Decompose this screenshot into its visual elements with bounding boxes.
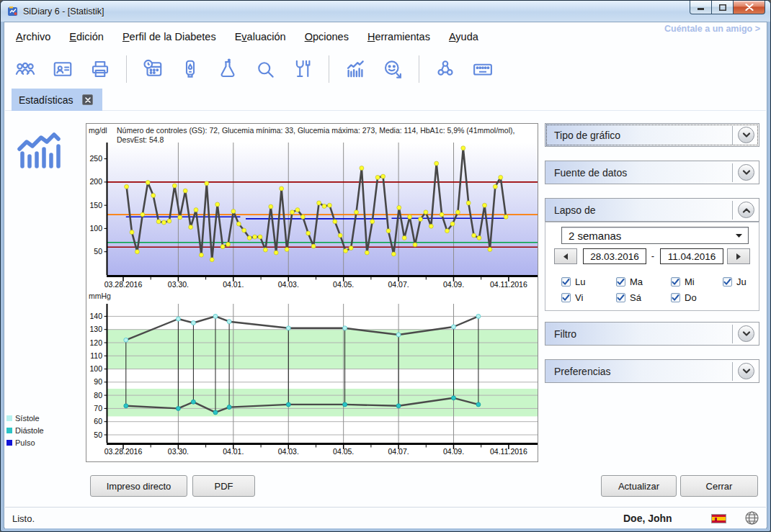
chevron-down-icon[interactable] (738, 127, 754, 143)
svg-text:60: 60 (94, 417, 102, 425)
section-fuente-de-datos[interactable]: Fuente de datos (545, 161, 759, 184)
status-bar: Listo. Doe, John (5, 507, 766, 528)
close-button[interactable] (733, 1, 765, 14)
menu-item-ayuda[interactable]: Ayuda (440, 28, 488, 45)
tell-a-friend-link[interactable]: Cuéntale a un amigo > (664, 24, 760, 34)
refresh-button[interactable]: Actualizar (601, 475, 677, 497)
chevron-down-icon[interactable] (738, 164, 754, 181)
checkbox[interactable] (561, 277, 571, 287)
glucometer-icon[interactable] (179, 58, 202, 81)
next-period-button[interactable] (727, 248, 750, 264)
day-label: Vi (575, 292, 583, 303)
svg-text:50: 50 (94, 247, 102, 256)
printer-icon[interactable] (89, 58, 112, 81)
section-divider (732, 126, 733, 145)
app-window: SiDiary 6 - [Statistik] ArchivoEdiciónPe… (0, 0, 771, 532)
day-checkbox-do[interactable]: Do (671, 291, 723, 304)
chevron-down-icon[interactable] (738, 363, 754, 379)
spanish-flag-icon[interactable] (711, 514, 726, 523)
statistics-chart-panel: mg/dl Número de controles (GS): 72, Gluc… (86, 123, 538, 462)
checkbox[interactable] (616, 293, 625, 302)
close-view-button[interactable]: Cerrar (680, 475, 758, 497)
checkbox[interactable] (616, 277, 625, 287)
svg-text:120: 120 (89, 338, 102, 347)
section-label: Fuente de datos (545, 167, 732, 179)
checkbox[interactable] (723, 277, 732, 287)
menu-item-perfil-de-la-diabetes[interactable]: Perfil de la Diabetes (113, 28, 226, 45)
feedback-smiley-icon[interactable] (381, 58, 404, 81)
svg-text:04.03.: 04.03. (278, 280, 299, 289)
maximize-button[interactable] (712, 1, 733, 14)
section-filtro[interactable]: Filtro (545, 322, 759, 346)
date-range-separator: - (649, 251, 657, 261)
tab-label: Estadísticas (19, 94, 73, 106)
svg-text:04.07.: 04.07. (388, 447, 409, 456)
svg-text:100: 100 (89, 224, 102, 233)
day-checkbox-mi[interactable]: Mi (671, 275, 723, 288)
date-to-input[interactable] (660, 248, 723, 264)
contact-card-icon[interactable] (51, 58, 74, 81)
pdf-button[interactable]: PDF (192, 475, 255, 497)
previous-period-button[interactable] (554, 248, 577, 264)
blood-pressure-legend: Sístole Diástole Pulso (6, 412, 44, 448)
section-divider (732, 163, 733, 182)
section-label: Tipo de gráfico (545, 130, 732, 141)
search-icon[interactable] (254, 58, 277, 81)
svg-text:250: 250 (89, 154, 102, 163)
checkbox[interactable] (671, 277, 680, 287)
day-checkbox-ma[interactable]: Ma (616, 275, 671, 288)
app-icon (7, 6, 19, 17)
svg-text:110: 110 (90, 351, 102, 360)
nutrition-icon[interactable] (291, 58, 314, 81)
calendar-clock-icon[interactable] (141, 58, 164, 81)
menu-item-herramientas[interactable]: Herramientas (358, 28, 440, 45)
menu-item-opciones[interactable]: Opciones (295, 28, 358, 45)
systole-swatch (6, 415, 12, 421)
share-icon[interactable] (434, 58, 457, 81)
users-icon[interactable] (14, 58, 37, 81)
tab-estadisticas[interactable]: Estadísticas (12, 89, 102, 111)
statistics-icon[interactable] (344, 58, 367, 81)
weekday-checkbox-grid: LuMaMiJuViSáDo (561, 275, 765, 304)
svg-text:04.09.: 04.09. (443, 280, 464, 289)
minimize-button[interactable] (690, 1, 712, 14)
day-checkbox-lu[interactable]: Lu (561, 275, 616, 288)
date-from-input[interactable] (583, 248, 646, 264)
svg-text:04.11.2016: 04.11.2016 (490, 447, 527, 456)
day-checkbox-vi[interactable]: Vi (561, 291, 616, 304)
section-preferencias[interactable]: Preferencias (545, 359, 759, 383)
lab-flask-icon[interactable] (216, 58, 239, 81)
diastole-swatch (6, 428, 12, 433)
chevron-up-icon[interactable] (738, 202, 754, 218)
day-checkbox-sá[interactable]: Sá (616, 291, 671, 304)
toolbar-separator (419, 55, 419, 83)
keyboard-icon[interactable] (471, 58, 494, 81)
period-select-value: 2 semanas (562, 230, 736, 242)
day-label: Ju (736, 276, 747, 287)
svg-text:130: 130 (89, 325, 102, 333)
tab-close-icon[interactable] (82, 94, 93, 105)
flag-emblem (715, 518, 717, 521)
day-checkbox-ju[interactable]: Ju (723, 275, 765, 288)
menu-item-edición[interactable]: Edición (60, 28, 113, 45)
section-divider (732, 325, 733, 343)
toolbar (6, 51, 765, 87)
day-label: Ma (630, 276, 643, 287)
checkbox[interactable] (671, 293, 680, 302)
section-divider (732, 362, 733, 381)
svg-text:04.03.: 04.03. (278, 447, 299, 456)
svg-text:80: 80 (94, 391, 102, 400)
direct-print-button[interactable]: Impreso directo (90, 475, 187, 497)
language-globe-icon[interactable] (744, 510, 759, 528)
section-lapso-de[interactable]: Lapso de (545, 198, 759, 222)
menu-item-evaluación[interactable]: Evaluación (226, 28, 295, 45)
svg-text:04.05.: 04.05. (333, 447, 354, 456)
legend-item-systole: Sístole (6, 412, 44, 424)
chevron-down-icon[interactable] (738, 325, 754, 342)
section-divider (732, 201, 733, 220)
menu-item-archivo[interactable]: Archivo (6, 28, 60, 45)
day-label: Mi (685, 276, 695, 287)
period-select[interactable]: 2 semanas (561, 227, 749, 244)
section-tipo-de-grafico[interactable]: Tipo de gráfico (545, 123, 759, 147)
checkbox[interactable] (561, 293, 571, 302)
